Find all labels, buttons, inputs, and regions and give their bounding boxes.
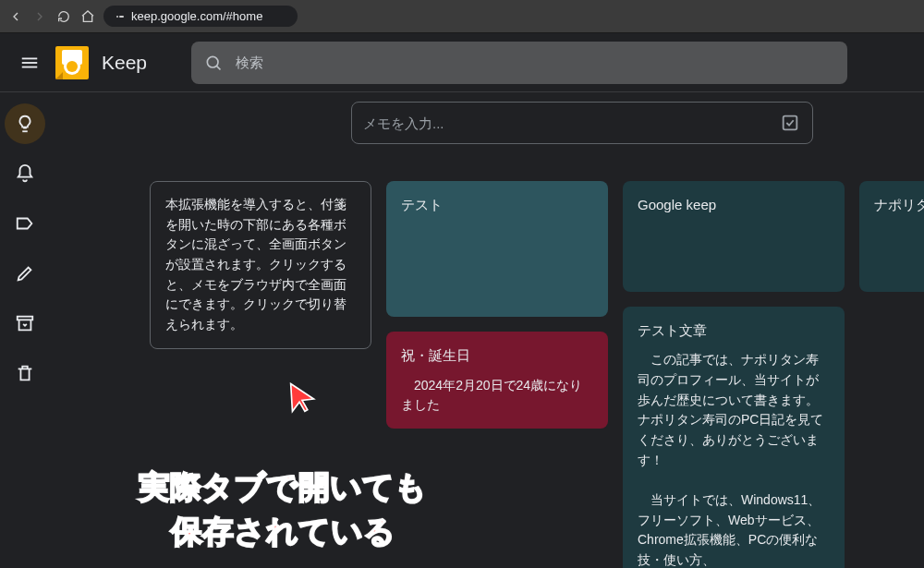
note-title: テスト (401, 194, 593, 215)
home-icon[interactable] (79, 8, 96, 25)
svg-point-5 (207, 56, 218, 67)
reload-icon[interactable] (55, 8, 72, 25)
url-bar[interactable]: keep.google.com/#home (103, 6, 298, 27)
search-icon (204, 54, 223, 72)
back-icon[interactable] (7, 8, 24, 25)
pencil-icon (15, 263, 35, 284)
note-body: 本拡張機能を導入すると、付箋を開いた時の下部にある各種ボタンに混ざって、全画面ボ… (165, 195, 356, 335)
browser-toolbar: keep.google.com/#home (0, 0, 924, 33)
site-info-icon (115, 11, 126, 22)
trash-icon (15, 363, 35, 383)
sidebar-labels[interactable] (5, 203, 45, 244)
svg-point-0 (116, 16, 118, 18)
note-title: 祝・誕生日 (401, 344, 593, 366)
svg-rect-4 (22, 66, 38, 67)
url-text: keep.google.com/#home (131, 9, 262, 23)
sidebar (0, 92, 50, 568)
keep-logo[interactable] (55, 46, 89, 79)
sidebar-trash[interactable] (5, 353, 45, 393)
svg-rect-2 (22, 57, 38, 59)
archive-icon (15, 313, 35, 333)
take-a-note[interactable] (351, 102, 813, 144)
menu-button[interactable] (11, 44, 48, 81)
notes-column: Google keep テスト文章 この記事では、ナポリタン寿司のプロフィール、… (623, 181, 845, 568)
note-title: Google keep (638, 194, 830, 215)
search-bar[interactable] (191, 42, 847, 84)
annotation-text: 実際タブで開いても 保存されている (139, 465, 427, 553)
app-header: Keep (0, 33, 924, 92)
sidebar-notes[interactable] (5, 103, 45, 144)
new-list-button[interactable] (779, 112, 801, 134)
note-card[interactable]: ナポリタ (859, 181, 924, 292)
note-title: ナポリタ (874, 194, 924, 215)
take-note-input[interactable] (363, 115, 772, 131)
svg-rect-3 (22, 62, 38, 64)
bell-icon (15, 163, 35, 184)
note-body: この記事では、ナポリタン寿司のプロフィール、当サイトが歩んだ歴史について書きます… (638, 350, 830, 568)
forward-icon[interactable] (31, 8, 48, 25)
sidebar-edit-labels[interactable] (5, 253, 45, 294)
checkbox-icon (780, 113, 800, 133)
sidebar-archive[interactable] (5, 303, 45, 344)
note-card[interactable]: テスト文章 この記事では、ナポリタン寿司のプロフィール、当サイトが歩んだ歴史につ… (623, 307, 845, 568)
notes-column: ナポリタ (859, 181, 924, 568)
app-title: Keep (102, 52, 147, 74)
note-card[interactable]: 本拡張機能を導入すると、付箋を開いた時の下部にある各種ボタンに混ざって、全画面ボ… (150, 181, 371, 349)
note-card[interactable]: テスト (386, 181, 608, 317)
svg-rect-7 (784, 116, 797, 130)
note-card[interactable]: 祝・誕生日 2024年2月20日で24歳になりました (386, 332, 608, 429)
svg-rect-1 (119, 16, 124, 18)
note-body: 2024年2月20日で24歳になりました (401, 376, 593, 416)
search-input[interactable] (236, 54, 834, 70)
note-card[interactable]: Google keep (623, 181, 845, 292)
menu-icon (19, 53, 40, 73)
label-icon (15, 213, 35, 234)
lightbulb-icon (15, 114, 35, 134)
svg-rect-6 (18, 317, 33, 320)
note-title: テスト文章 (638, 320, 830, 341)
sidebar-reminders[interactable] (5, 153, 45, 194)
